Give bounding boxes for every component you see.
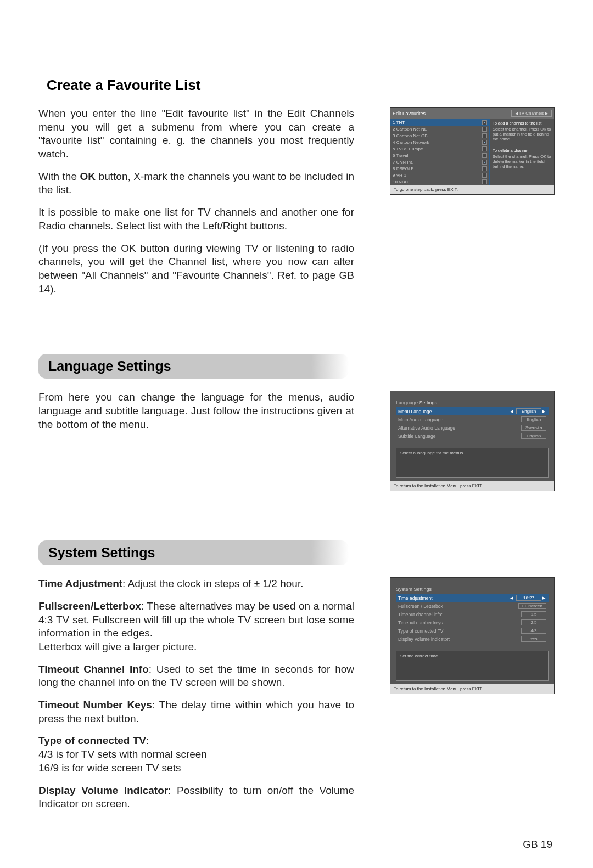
paragraph: Timeout Channel Info: Used to set the ti… (38, 663, 354, 690)
section-language-settings: Language Settings From here you can chan… (38, 354, 555, 491)
osd-inner: System Settings Time adjustment◀16:27▶Fu… (390, 578, 554, 684)
channel-row[interactable]: 10 NBC (390, 178, 489, 185)
channel-row[interactable]: 7 CNN Int. (390, 159, 489, 165)
channel-row[interactable]: 5 TVBS Europe (390, 145, 489, 152)
setting-value[interactable]: 2.5 (521, 619, 546, 625)
paragraph: Timeout Number Keys: The delay time with… (38, 698, 354, 725)
channel-name: 10 NBC (393, 179, 482, 184)
checkbox-icon[interactable] (482, 179, 487, 184)
setting-value[interactable]: 1.5 (521, 611, 546, 617)
language-settings-osd: Language Settings Menu Language◀English▶… (390, 391, 555, 491)
paragraph: With the OK button, X-mark the channels … (38, 170, 354, 197)
osd-header-spinner[interactable]: ◀ TV Channels ▶ (511, 110, 552, 117)
help-block-add: To add a channel to the list Select the … (493, 121, 551, 142)
checkbox-icon[interactable] (482, 160, 487, 165)
setting-label: Subtitle Language (398, 433, 519, 439)
text-run: : Adjust the clock in steps of ± 1/2 hou… (122, 578, 303, 589)
channel-name: 5 TVBS Europe (393, 146, 482, 151)
section-system-settings: System Settings Time Adjustment: Adjust … (38, 540, 555, 820)
osd-title: Language Settings (396, 400, 549, 405)
screenshot-column: Edit Favourites ◀ TV Channels ▶ 1 TNT2 C… (364, 107, 555, 195)
osd-help: Set the correct time. (396, 651, 549, 681)
text-run: With the (38, 171, 80, 182)
setting-value[interactable]: English (516, 408, 541, 414)
arrow-right-icon[interactable]: ▶ (545, 111, 548, 116)
channel-row[interactable]: 9 VH-1 (390, 172, 489, 178)
channel-row[interactable]: 3 Cartoon Net GB (390, 132, 489, 139)
setting-row[interactable]: Type of connected TV4/3 (396, 627, 549, 635)
text-column: When you enter the line "Edit favourite … (38, 107, 354, 305)
checkbox-icon[interactable] (482, 166, 487, 171)
screenshot-column: Language Settings Menu Language◀English▶… (364, 391, 555, 491)
setting-row[interactable]: Display volume indicator:Yes (396, 635, 549, 643)
setting-row[interactable]: Main Audio LanguageEnglish (396, 415, 549, 424)
paragraph: Fullscreen/Letterbox: These alternatives… (38, 600, 354, 654)
osd-help: Select a language for the menus. (396, 448, 549, 478)
setting-value[interactable]: Fullscreen (518, 603, 546, 609)
two-column-layout: When you enter the line "Edit favourite … (38, 107, 555, 305)
channel-row[interactable]: 8 DSFGLF (390, 165, 489, 172)
arrow-left-icon[interactable]: ◀ (510, 596, 513, 600)
two-column-layout: Time Adjustment: Adjust the clock in ste… (38, 577, 555, 820)
help-block-delete: To delete a channel Select the channel. … (493, 148, 551, 169)
channel-row[interactable]: 1 TNT (390, 119, 489, 126)
channel-row[interactable]: 6 Travel (390, 152, 489, 159)
setting-row[interactable]: Subtitle LanguageEnglish (396, 432, 549, 440)
channel-row[interactable]: 2 Cartoon Net NL (390, 126, 489, 132)
arrow-right-icon[interactable]: ▶ (542, 596, 545, 600)
text-run: 4/3 is for TV sets with normal screen (38, 748, 207, 760)
arrow-left-icon[interactable]: ◀ (510, 409, 513, 414)
osd-help-pane: To add a channel to the list Select the … (489, 119, 554, 185)
checkbox-icon[interactable] (482, 127, 487, 132)
setting-value[interactable]: 4/3 (521, 628, 546, 634)
setting-label: Alternative Audio Language (398, 425, 519, 431)
setting-row[interactable]: Time adjustment◀16:27▶ (396, 594, 549, 602)
osd-inner: Language Settings Menu Language◀English▶… (390, 391, 554, 481)
channel-name: 4 Cartoon Network (393, 140, 482, 145)
setting-value[interactable]: 16:27 (516, 595, 541, 601)
spinner-value: TV Channels (519, 111, 544, 116)
help-title: To delete a channel (493, 148, 551, 153)
setting-value[interactable]: Yes (521, 636, 546, 642)
setting-value[interactable]: English (521, 416, 546, 422)
settings-rows: Menu Language◀English▶Main Audio Languag… (396, 407, 549, 440)
osd-body: 1 TNT2 Cartoon Net NL3 Cartoon Net GB4 C… (390, 119, 554, 185)
setting-row[interactable]: Fullscreen / LetterboxFullscreen (396, 602, 549, 610)
setting-row[interactable]: Alternative Audio LanguageSvenska (396, 424, 549, 432)
checkbox-icon[interactable] (482, 133, 487, 138)
osd-footer: To return to the Installation Menu, pres… (390, 684, 554, 694)
checkbox-icon[interactable] (482, 153, 487, 158)
setting-row[interactable]: Timeout number keys:2.5 (396, 618, 549, 627)
osd-header-title: Edit Favourites (393, 111, 508, 116)
checkbox-icon[interactable] (482, 140, 487, 145)
help-body: Select the channel. Press OK to put a ma… (493, 127, 551, 142)
setting-label: Fullscreen / Letterbox (398, 604, 516, 609)
checkbox-icon[interactable] (482, 120, 487, 125)
setting-value[interactable]: English (521, 433, 546, 439)
checkbox-icon[interactable] (482, 146, 487, 151)
screenshot-column: System Settings Time adjustment◀16:27▶Fu… (364, 577, 555, 694)
settings-rows: Time adjustment◀16:27▶Fullscreen / Lette… (396, 594, 549, 643)
setting-row[interactable]: Menu Language◀English▶ (396, 407, 549, 415)
bold-label: Timeout Channel Info (38, 663, 149, 675)
two-column-layout: From here you can change the language fo… (38, 391, 555, 491)
checkbox-icon[interactable] (482, 173, 487, 178)
setting-value[interactable]: Svenska (521, 425, 546, 431)
arrow-left-icon[interactable]: ◀ (515, 111, 518, 116)
channel-row[interactable]: 4 Cartoon Network (390, 139, 489, 145)
paragraph: (If you press the OK button during viewi… (38, 242, 354, 296)
channel-name: 8 DSFGLF (393, 166, 482, 171)
setting-label: Time adjustment (398, 595, 509, 601)
text-column: From here you can change the language fo… (38, 391, 354, 440)
bold-label: Display Volume Indicator (38, 785, 168, 796)
bold-label: Time Adjustment (38, 578, 122, 589)
paragraph: It is possible to make one list for TV c… (38, 206, 354, 233)
osd-header: Edit Favourites ◀ TV Channels ▶ (390, 108, 554, 119)
osd-footer: To go one step back, press EXIT. (390, 185, 554, 194)
channel-name: 9 VH-1 (393, 173, 482, 178)
setting-row[interactable]: Timeout channel info:1.5 (396, 610, 549, 618)
setting-label: Main Audio Language (398, 417, 519, 422)
paragraph: Type of connected TV:4/3 is for TV sets … (38, 734, 354, 775)
bold-label: Type of connected TV (38, 735, 146, 746)
arrow-right-icon[interactable]: ▶ (542, 409, 545, 414)
